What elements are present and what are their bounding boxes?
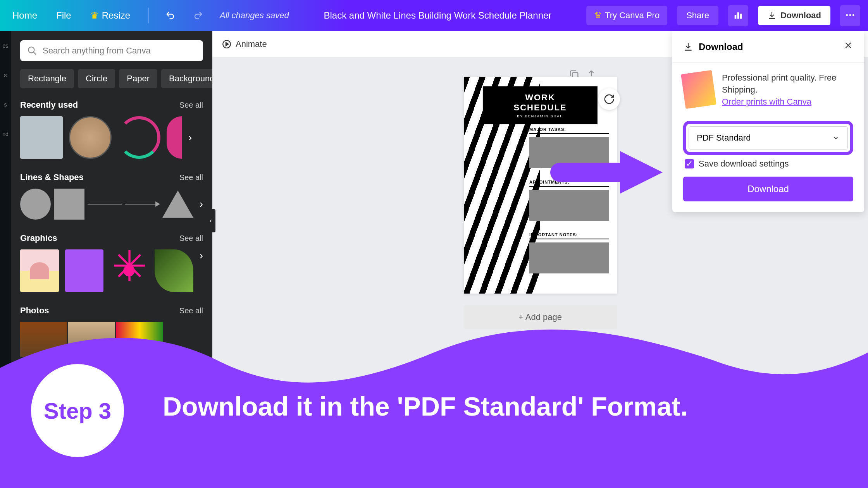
resize-label: Resize xyxy=(102,10,130,21)
redo-icon xyxy=(192,10,203,21)
svg-rect-1 xyxy=(737,12,739,19)
file-button[interactable]: File xyxy=(52,7,76,24)
shape-circle[interactable] xyxy=(20,189,51,220)
recent-element[interactable] xyxy=(69,116,112,159)
see-all-link[interactable]: See all xyxy=(179,101,203,110)
crown-icon: ♛ xyxy=(90,10,99,21)
instruction-text: Download it in the 'PDF Standard' Format… xyxy=(163,391,688,421)
file-type-highlight: PDF Standard xyxy=(683,121,853,155)
graphic-item[interactable] xyxy=(110,249,148,292)
home-button[interactable]: Home xyxy=(8,7,42,24)
download-label: Download xyxy=(780,10,821,21)
checkbox-checked-icon: ✓ xyxy=(685,159,694,168)
download-icon xyxy=(767,11,777,20)
file-type-select[interactable]: PDF Standard xyxy=(689,126,848,149)
dots-icon xyxy=(845,10,856,21)
section-title: Photos xyxy=(20,306,49,316)
rail-item[interactable]: s xyxy=(4,101,7,108)
chip-row: Rectangle Circle Paper Background › xyxy=(20,69,203,88)
refresh-button[interactable] xyxy=(598,88,620,110)
see-all-link[interactable]: See all xyxy=(179,173,203,182)
svg-rect-9 xyxy=(550,163,628,182)
chevron-right-icon[interactable]: › xyxy=(200,249,203,292)
shape-triangle[interactable] xyxy=(162,191,193,218)
svg-rect-0 xyxy=(735,15,737,19)
recent-items: › xyxy=(20,116,203,159)
section-label: MAJOR TASKS: xyxy=(529,127,609,134)
section-label: IMPORTANT NOTES: xyxy=(529,232,609,239)
panel-header: Download xyxy=(672,31,864,63)
animate-label: Animate xyxy=(236,39,267,49)
chevron-down-icon xyxy=(832,134,840,142)
section-header: Recently used See all xyxy=(20,100,203,110)
panel-toggle[interactable]: ‹ xyxy=(206,209,215,232)
chip-background[interactable]: Background xyxy=(161,69,212,88)
promo-section: Professional print quality. Free Shippin… xyxy=(672,63,864,117)
chip-circle[interactable]: Circle xyxy=(78,69,115,88)
section-header: Photos See all xyxy=(20,306,203,316)
see-all-link[interactable]: See all xyxy=(179,234,203,243)
promo-message: Professional print quality. Free Shippin… xyxy=(722,73,837,95)
animate-button[interactable]: Animate xyxy=(222,39,267,49)
rail-item[interactable]: s xyxy=(4,72,7,78)
chevron-right-icon[interactable]: › xyxy=(188,131,192,144)
file-type-value: PDF Standard xyxy=(697,133,751,143)
animate-icon xyxy=(222,39,232,49)
close-button[interactable] xyxy=(843,40,853,53)
panel-body: PDF Standard ✓ Save download settings Do… xyxy=(672,121,864,212)
svg-point-4 xyxy=(849,14,851,16)
shape-arrow[interactable] xyxy=(125,204,159,204)
chip-rectangle[interactable]: Rectangle xyxy=(20,69,74,88)
promo-link[interactable]: Order prints with Canva xyxy=(722,97,811,107)
document-title[interactable]: Black and White Lines Building Work Sche… xyxy=(299,10,577,21)
graphic-item[interactable] xyxy=(65,249,104,292)
undo-button[interactable] xyxy=(162,7,179,25)
content-box xyxy=(529,242,609,273)
promo-text: Professional print quality. Free Shippin… xyxy=(722,72,853,108)
rail-item[interactable]: es xyxy=(3,43,9,49)
chip-paper[interactable]: Paper xyxy=(119,69,157,88)
resize-button[interactable]: ♛ Resize xyxy=(86,7,135,24)
rail-item[interactable]: nd xyxy=(2,131,9,137)
page-header: WORK SCHEDULE BY BENJAMIN SHAH xyxy=(483,86,598,124)
checkbox-label: Save download settings xyxy=(699,159,789,169)
download-button[interactable]: Download xyxy=(758,6,830,25)
crown-icon: ♛ xyxy=(594,10,602,21)
panel-title: Download xyxy=(699,41,743,52)
tutorial-overlay: Step 3 Download it in the 'PDF Standard'… xyxy=(0,321,868,488)
step-badge: Step 3 xyxy=(31,364,124,457)
download-submit-button[interactable]: Download xyxy=(683,177,853,201)
save-settings-checkbox[interactable]: ✓ Save download settings xyxy=(685,159,853,169)
shapes-items: › xyxy=(20,189,203,220)
more-button[interactable] xyxy=(840,5,860,26)
undo-icon xyxy=(165,10,176,21)
page-title: WORK SCHEDULE xyxy=(498,93,582,113)
promo-image xyxy=(681,70,716,109)
section-title: Lines & Shapes xyxy=(20,172,84,182)
search-icon xyxy=(27,46,37,56)
page-subtitle: BY BENJAMIN SHAH xyxy=(498,114,582,118)
close-icon xyxy=(843,40,853,50)
shape-square[interactable] xyxy=(54,189,84,220)
share-button[interactable]: Share xyxy=(677,6,718,25)
try-pro-button[interactable]: ♛ Try Canva Pro xyxy=(586,6,667,25)
graphics-items: › xyxy=(20,249,203,292)
recent-element[interactable] xyxy=(167,116,182,159)
search-box[interactable] xyxy=(20,40,203,61)
insights-button[interactable] xyxy=(728,5,748,26)
shape-line[interactable] xyxy=(88,204,122,204)
chevron-right-icon[interactable]: › xyxy=(200,198,203,210)
chart-icon xyxy=(733,10,744,21)
see-all-link[interactable]: See all xyxy=(179,306,203,315)
svg-point-3 xyxy=(846,14,848,16)
section-title: Recently used xyxy=(20,100,78,110)
recent-element[interactable] xyxy=(118,116,160,159)
divider xyxy=(148,8,149,23)
redo-button[interactable] xyxy=(189,7,206,25)
search-input[interactable] xyxy=(43,46,196,56)
download-icon xyxy=(683,42,693,52)
graphic-item[interactable] xyxy=(20,249,59,292)
section-title: Graphics xyxy=(20,233,57,243)
graphic-item[interactable] xyxy=(155,249,193,292)
recent-element[interactable] xyxy=(20,116,63,159)
